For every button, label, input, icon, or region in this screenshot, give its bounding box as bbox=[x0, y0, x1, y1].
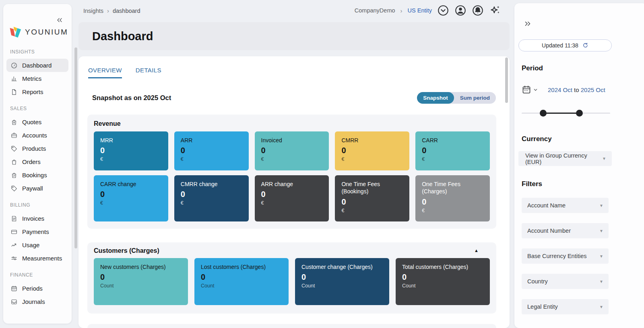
updated-refresh-button[interactable]: Updated 11:38 bbox=[518, 39, 612, 51]
metric-label: One Time Fees (Charges) bbox=[422, 180, 483, 195]
sidebar-item-quotes[interactable]: Quotes bbox=[6, 115, 68, 129]
sidebar-item-paywall[interactable]: Paywall bbox=[6, 182, 68, 195]
section-next-partial bbox=[87, 324, 496, 328]
toggle-option-snapshot[interactable]: Snapshot bbox=[417, 92, 454, 104]
tab-bar: OVERVIEWDETAILS bbox=[88, 67, 161, 78]
receipt-icon bbox=[10, 215, 18, 222]
notifications-bell-icon[interactable] bbox=[472, 4, 484, 16]
sidebar-item-payments[interactable]: Payments bbox=[6, 225, 68, 238]
sidebar-item-label: Metrics bbox=[22, 75, 41, 82]
sidebar-collapse-icon[interactable] bbox=[56, 16, 64, 24]
snapshot-date-label: Snapshot as on 2025 Oct bbox=[92, 94, 171, 102]
metric-card-mrr[interactable]: MRR0€ bbox=[94, 131, 168, 170]
main-scrollbar[interactable] bbox=[505, 57, 508, 103]
journal-icon bbox=[10, 298, 18, 305]
period-from[interactable]: 2024 Oct bbox=[548, 86, 572, 93]
metric-label: Invoiced bbox=[261, 137, 323, 144]
line-chart-icon bbox=[10, 242, 18, 249]
period-to[interactable]: 2025 Oct bbox=[581, 86, 605, 93]
main-content: OVERVIEWDETAILS Snapshot as on 2025 Oct … bbox=[78, 56, 510, 328]
chevron-right-icon: › bbox=[107, 7, 109, 14]
metric-card-arr[interactable]: ARR0€ bbox=[174, 131, 249, 170]
toggle-option-sum-period[interactable]: Sum period bbox=[454, 92, 496, 104]
filter-select-base-currency-entities[interactable]: Base Currency Entities▼ bbox=[522, 248, 609, 264]
sidebar-item-label: Quotes bbox=[22, 119, 41, 125]
sidebar-item-orders[interactable]: Orders bbox=[6, 155, 68, 168]
collapse-section-icon[interactable]: ▲ bbox=[474, 248, 479, 253]
metric-card-cmrr[interactable]: CMRR0€ bbox=[335, 131, 409, 170]
sidebar-item-dashboard[interactable]: Dashboard bbox=[6, 59, 68, 72]
filter-label: Base Currency Entities bbox=[527, 253, 586, 259]
filter-select-country[interactable]: Country▼ bbox=[522, 274, 609, 289]
filter-select-account-number[interactable]: Account Number▼ bbox=[522, 223, 609, 238]
user-profile-icon[interactable] bbox=[454, 4, 466, 16]
metric-card-carr-change[interactable]: CARR change0€ bbox=[94, 175, 168, 221]
metric-card-one-time-fees-charges[interactable]: One Time Fees (Charges)0€ bbox=[415, 175, 490, 221]
metric-card-invoiced[interactable]: Invoiced0€ bbox=[255, 131, 329, 170]
filter-select-account-name[interactable]: Account Name▼ bbox=[522, 198, 609, 213]
currency-select[interactable]: View in Group Currency (EUR) ▼ bbox=[518, 151, 612, 166]
period-heading: Period bbox=[522, 64, 543, 72]
period-range-link[interactable]: 2024 Oct to 2025 Oct bbox=[548, 86, 605, 93]
calendar-icon[interactable] bbox=[522, 85, 531, 94]
entity-switcher[interactable]: US Entity bbox=[408, 7, 432, 14]
chevron-down-icon[interactable] bbox=[533, 87, 538, 92]
metric-unit: € bbox=[422, 208, 483, 213]
slider-handle-start[interactable] bbox=[540, 110, 547, 117]
card-row: MRR0€ARR0€Invoiced0€CMRR0€CARR0€ bbox=[94, 131, 490, 170]
tab-details[interactable]: DETAILS bbox=[136, 67, 161, 78]
metric-label: CMRR bbox=[341, 137, 403, 144]
briefcase-icon bbox=[10, 132, 18, 139]
snapshot-sum-toggle: SnapshotSum period bbox=[417, 92, 496, 104]
breadcrumb-parent[interactable]: Insights bbox=[83, 8, 103, 14]
sidebar-item-invoices[interactable]: Invoices bbox=[6, 212, 68, 225]
expand-circle-icon[interactable] bbox=[437, 4, 449, 16]
sidebar-item-products[interactable]: Products bbox=[6, 142, 68, 155]
slider-fill bbox=[543, 113, 579, 114]
sidebar-item-periods[interactable]: Periods bbox=[6, 282, 68, 295]
metric-card-total-customers-charges[interactable]: Total customers (Charges)0Count bbox=[396, 258, 490, 305]
sidebar-item-reports[interactable]: Reports bbox=[6, 85, 68, 98]
sidebar-item-bookings[interactable]: Bookings bbox=[6, 168, 68, 182]
breadcrumb-current: dashboard bbox=[113, 8, 140, 14]
company-switcher[interactable]: CompanyDemo bbox=[355, 7, 395, 14]
filter-label: Legal Entity bbox=[527, 303, 558, 310]
tag-icon bbox=[10, 145, 18, 152]
metric-card-lost-customers-charges[interactable]: Lost customers (Charges)0Count bbox=[194, 258, 289, 305]
snapshot-row: Snapshot as on 2025 Oct SnapshotSum peri… bbox=[92, 91, 496, 105]
slider-handle-end[interactable] bbox=[576, 110, 583, 117]
sidebar-section-label: FINANCE bbox=[10, 272, 72, 278]
metric-card-arr-change[interactable]: ARR change0€ bbox=[255, 175, 329, 221]
tab-overview[interactable]: OVERVIEW bbox=[88, 67, 122, 78]
sidebar-item-label: Usage bbox=[22, 242, 39, 248]
filter-label: Country bbox=[527, 278, 548, 285]
metric-card-cmrr-change[interactable]: CMRR change0€ bbox=[174, 175, 249, 221]
card-row: CARR change0€CMRR change0€ARR change0€On… bbox=[94, 175, 490, 221]
section-customers-charges: Customers (Charges)▲New customers (Charg… bbox=[87, 242, 496, 314]
sidebar-item-journals[interactable]: Journals bbox=[6, 295, 68, 308]
metric-card-one-time-fees-bookings[interactable]: One Time Fees (Bookings)0€ bbox=[335, 175, 409, 221]
sidebar-item-label: Invoices bbox=[22, 215, 44, 222]
period-range-slider[interactable] bbox=[522, 110, 610, 117]
sidebar-item-accounts[interactable]: Accounts bbox=[6, 129, 68, 142]
ai-sparkle-icon[interactable] bbox=[489, 4, 501, 16]
currency-heading: Currency bbox=[522, 135, 552, 143]
sidebar-scrollbar[interactable] bbox=[74, 47, 77, 248]
sidebar-item-measurements[interactable]: Measurements bbox=[6, 252, 68, 265]
panel-collapse-icon[interactable] bbox=[523, 19, 532, 28]
metric-card-new-customers-charges[interactable]: New customers (Charges)0Count bbox=[94, 258, 188, 305]
sidebar-item-label: Payments bbox=[22, 228, 49, 235]
metric-label: CARR bbox=[422, 137, 483, 144]
sidebar-item-usage[interactable]: Usage bbox=[6, 238, 68, 252]
metric-value: 0 bbox=[181, 190, 242, 199]
metric-card-carr[interactable]: CARR0€ bbox=[415, 131, 490, 170]
metric-value: 0 bbox=[181, 146, 242, 155]
filter-select-legal-entity[interactable]: Legal Entity▼ bbox=[522, 299, 609, 314]
metric-value: 0 bbox=[100, 146, 162, 155]
metric-card-customer-change-charges[interactable]: Customer change (Charges)0Count bbox=[295, 258, 389, 305]
metric-value: 0 bbox=[341, 146, 403, 155]
sidebar-item-metrics[interactable]: Metrics bbox=[6, 72, 68, 85]
filter-label: Account Number bbox=[527, 228, 571, 234]
metric-label: CMRR change bbox=[181, 180, 242, 188]
currency-selected-value: View in Group Currency (EUR) bbox=[525, 152, 602, 165]
